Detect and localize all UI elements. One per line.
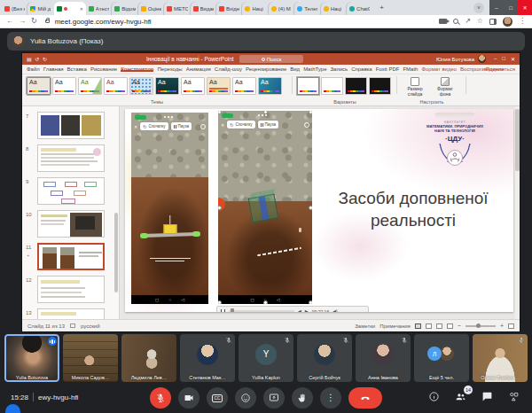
video-pause-icon[interactable] [221, 309, 225, 313]
ppt-tab-Рисование[interactable]: Рисование [90, 66, 117, 72]
ppt-tab-Вид[interactable]: Вид [290, 66, 300, 72]
end-call-button[interactable] [348, 387, 382, 409]
browser-tab[interactable]: (Без н [2, 2, 27, 15]
new-tab-button[interactable]: + [376, 3, 387, 13]
ppt-tab-Слайд-шоу[interactable]: Слайд-шоу [215, 66, 242, 72]
slide-thumbnail[interactable] [37, 144, 105, 172]
ppt-tab-Главная[interactable]: Главная [43, 66, 64, 72]
ppt-tab-Foxit PDF[interactable]: Foxit PDF [376, 66, 400, 72]
ppt-tab-Переходы[interactable]: Переходы [157, 66, 182, 72]
browser-tab[interactable]: МЕТО [164, 2, 190, 15]
selection-handle[interactable] [309, 111, 312, 114]
reactions-button[interactable] [235, 387, 256, 409]
ppt-tab-Справка[interactable]: Справка [351, 66, 372, 72]
seek-thumb[interactable] [231, 308, 234, 313]
participant-tile[interactable]: Олена Трифон… [473, 334, 528, 382]
participant-tile[interactable]: YYullia Kaplun [239, 334, 293, 382]
bookmark-star-icon[interactable]: ☆ [477, 18, 483, 25]
variant-thumbnail[interactable] [345, 77, 367, 95]
zoom-slider-thumb[interactable] [476, 323, 481, 328]
meeting-details-button[interactable] [428, 391, 440, 402]
theme-thumbnail[interactable]: Aa [258, 77, 282, 95]
window-minimize-button[interactable]: – [489, 0, 504, 15]
window-maximize-button[interactable]: □ [504, 0, 518, 15]
slide-thumbnail[interactable] [37, 210, 105, 238]
participant-tile[interactable]: ЛЕщё 5 чел. [414, 334, 469, 382]
captions-button[interactable]: CC [207, 387, 228, 409]
zoom-in-icon[interactable]: + [500, 323, 504, 329]
volume-icon[interactable]: ◀) [332, 309, 338, 312]
browser-tab[interactable]: Наці [321, 2, 347, 15]
browser-menu-icon[interactable]: ⋮ [519, 18, 526, 25]
selection-handle[interactable] [263, 300, 268, 304]
participant-tile[interactable]: Степанов Мак… [180, 334, 235, 382]
present-button[interactable] [263, 387, 285, 409]
ppt-account-avatar[interactable] [478, 55, 486, 63]
theme-thumbnail[interactable]: Aa [104, 77, 128, 95]
android-back-icon[interactable]: ◁ [181, 298, 184, 302]
phone-video-right-selected[interactable]: ✕ ↻Спочатку Пауза ◻ ○ [218, 111, 312, 304]
ppt-tab-Запись[interactable]: Запись [330, 66, 348, 72]
pause-button[interactable]: Пауза [258, 121, 279, 129]
theme-thumbnail[interactable]: Aa [181, 77, 205, 95]
variant-thumbnail[interactable] [369, 77, 391, 95]
chat-button[interactable] [481, 391, 493, 402]
window-close-button[interactable]: ✕ [518, 0, 532, 15]
ppt-restore-icon[interactable]: □ [502, 56, 505, 62]
tab-search-chevron-icon[interactable]: v [473, 3, 484, 13]
gear-icon[interactable] [200, 124, 206, 129]
theme-thumbnail[interactable]: Aa [27, 77, 51, 95]
more-options-button[interactable]: ⋮ [320, 387, 341, 409]
side-panel-icon[interactable] [489, 19, 497, 25]
canvas-scroll-thumb[interactable] [515, 109, 520, 171]
reading-view-icon[interactable] [436, 323, 442, 329]
close-icon[interactable]: ✕ [134, 124, 137, 129]
slide-thumbnail[interactable] [37, 243, 105, 270]
activities-button[interactable] [508, 391, 520, 402]
theme-thumbnail[interactable]: Aa [78, 77, 102, 95]
participant-tile[interactable]: Сергій Бойчук [297, 334, 352, 382]
theme-thumbnail[interactable]: Aa [52, 77, 76, 95]
slide-thumbnail[interactable] [37, 112, 105, 139]
participant-tile[interactable]: Yulia Botuzova [4, 334, 59, 382]
close-icon[interactable]: ✕ [221, 122, 224, 128]
gear-icon[interactable] [304, 122, 309, 128]
comments-button[interactable]: Примечания [379, 323, 411, 329]
notification-bubble[interactable] [5, 404, 20, 413]
video-seek-bar[interactable] [229, 310, 294, 312]
profile-avatar[interactable] [503, 17, 512, 27]
browser-tab[interactable]: Оцінк [138, 2, 164, 15]
slide-sorter-icon[interactable] [426, 323, 432, 329]
step-back-icon[interactable]: ◀ [298, 309, 301, 312]
slide-size-button[interactable]: Размер слайда [402, 77, 428, 97]
browser-tab[interactable]: Телег [294, 2, 320, 15]
theme-thumbnail[interactable]: Aa [207, 77, 231, 95]
android-recents-icon[interactable]: ◻ [250, 298, 254, 302]
forward-icon[interactable]: → [19, 18, 26, 25]
zoom-out-icon[interactable]: − [458, 323, 461, 329]
variant-thumbnail[interactable] [321, 77, 343, 95]
selection-handle[interactable] [309, 206, 312, 210]
reload-icon[interactable]: ↻ [31, 18, 37, 25]
ppt-tab-Анимация[interactable]: Анимация [186, 66, 211, 72]
ppt-tab-Рецензирование[interactable]: Рецензирование [246, 66, 286, 72]
step-forward-icon[interactable]: ▶ [305, 309, 309, 312]
language-label[interactable]: русский [81, 323, 100, 329]
selection-handle[interactable] [263, 111, 268, 114]
android-back-icon[interactable]: ◁ [277, 298, 280, 302]
browser-tab[interactable]: (4) М [269, 2, 294, 15]
ppt-close-icon[interactable]: ✕ [511, 56, 515, 62]
slideshow-icon[interactable] [447, 323, 453, 329]
participant-tile[interactable]: Анна Іванова [356, 334, 411, 382]
normal-view-icon[interactable] [415, 323, 421, 329]
fit-to-window-icon[interactable] [508, 323, 514, 329]
browser-tab[interactable]: Мій д [27, 2, 53, 15]
camera-button[interactable] [178, 387, 200, 409]
selection-handle[interactable] [218, 300, 222, 304]
selection-handle[interactable] [309, 300, 312, 304]
theme-thumbnail[interactable]: Aa [232, 77, 256, 95]
theme-thumbnail[interactable]: Aa [129, 77, 153, 95]
quick-access-icons[interactable]: ▤ ↺ ↻ [27, 56, 48, 62]
browser-tab[interactable]: Атест [86, 2, 112, 15]
ppt-tab-Файл[interactable]: Файл [27, 66, 40, 72]
